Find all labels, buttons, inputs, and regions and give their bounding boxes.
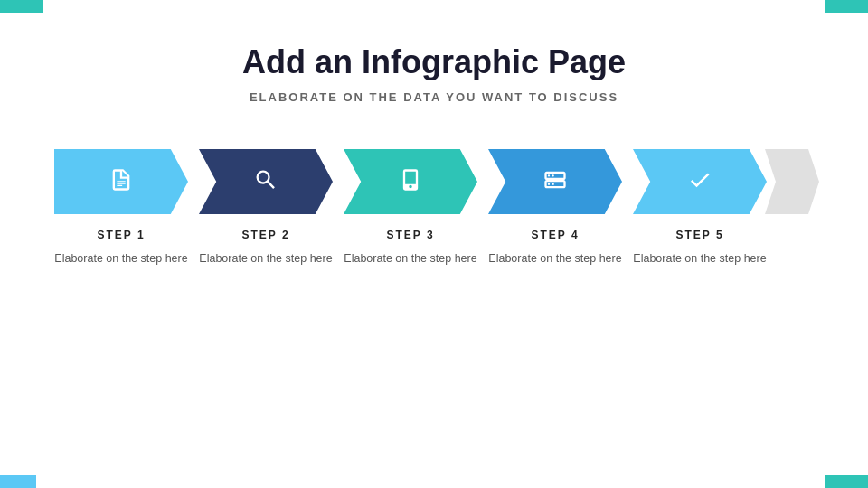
step-3-icon — [398, 167, 423, 197]
step-1-arrow — [54, 149, 188, 214]
step-5-arrow — [633, 149, 767, 214]
step-4: STEP 4 Elaborate on the step here — [483, 149, 627, 267]
corner-decoration-bl — [0, 475, 36, 488]
step-5-icon — [687, 167, 712, 197]
page-subtitle: ELABORATE ON THE DATA YOU WANT TO DISCUS… — [250, 90, 618, 104]
step-1-description: Elaborate on the step here — [54, 250, 187, 267]
step-4-description: Elaborate on the step here — [488, 250, 621, 267]
step-1-icon — [108, 167, 134, 197]
step-2-description: Elaborate on the step here — [199, 250, 332, 267]
step-2-arrow — [199, 149, 333, 214]
steps-row: STEP 1 Elaborate on the step here STEP 2… — [18, 149, 850, 267]
step-3-arrow — [344, 149, 477, 214]
step-3-description: Elaborate on the step here — [344, 250, 476, 267]
step-4-label: STEP 4 — [531, 229, 579, 241]
corner-decoration-tr — [825, 0, 868, 13]
step-2: STEP 2 Elaborate on the step here — [193, 149, 338, 267]
step-2-icon — [253, 167, 278, 197]
step-5-label: STEP 5 — [675, 229, 723, 241]
page-title: Add an Infographic Page — [242, 43, 626, 81]
step-3-label: STEP 3 — [386, 229, 434, 241]
step-1-label: STEP 1 — [97, 229, 145, 241]
step-2-label: STEP 2 — [241, 229, 289, 241]
page-container: Add an Infographic Page ELABORATE ON THE… — [0, 0, 868, 488]
corner-decoration-br — [825, 475, 868, 488]
step-1: STEP 1 Elaborate on the step here — [49, 149, 193, 267]
step-4-arrow — [488, 149, 622, 214]
step-5-description: Elaborate on the step here — [633, 250, 766, 267]
step-5: STEP 5 Elaborate on the step here — [627, 149, 772, 267]
step-4-icon — [542, 167, 568, 197]
step-3: STEP 3 Elaborate on the step here — [338, 149, 483, 267]
corner-decoration-tl — [0, 0, 43, 13]
gray-hint-arrow — [765, 149, 819, 214]
